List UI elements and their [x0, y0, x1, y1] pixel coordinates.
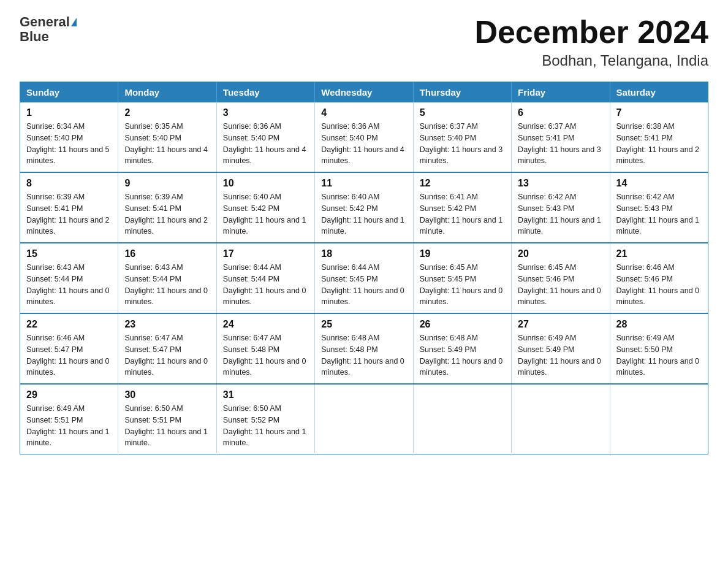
table-row: 5 Sunrise: 6:37 AMSunset: 5:40 PMDayligh… — [413, 102, 511, 172]
day-info: Sunrise: 6:37 AMSunset: 5:40 PMDaylight:… — [420, 122, 503, 165]
day-number: 3 — [223, 107, 308, 118]
day-info: Sunrise: 6:39 AMSunset: 5:41 PMDaylight:… — [26, 193, 110, 236]
day-number: 23 — [124, 319, 210, 330]
table-row: 28 Sunrise: 6:49 AMSunset: 5:50 PMDaylig… — [610, 313, 708, 384]
table-row: 18 Sunrise: 6:44 AMSunset: 5:45 PMDaylig… — [315, 243, 413, 313]
day-info: Sunrise: 6:47 AMSunset: 5:47 PMDaylight:… — [124, 334, 208, 377]
day-number: 21 — [616, 248, 702, 259]
day-info: Sunrise: 6:42 AMSunset: 5:43 PMDaylight:… — [616, 193, 700, 236]
day-number: 24 — [223, 319, 308, 330]
day-info: Sunrise: 6:37 AMSunset: 5:41 PMDaylight:… — [518, 122, 601, 165]
day-info: Sunrise: 6:40 AMSunset: 5:42 PMDaylight:… — [321, 193, 404, 236]
day-info: Sunrise: 6:38 AMSunset: 5:41 PMDaylight:… — [616, 122, 700, 165]
day-number: 7 — [616, 107, 702, 118]
table-row: 30 Sunrise: 6:50 AMSunset: 5:51 PMDaylig… — [118, 384, 216, 454]
logo-text-blue: Blue — [20, 29, 49, 44]
col-friday: Friday — [512, 82, 610, 103]
day-info: Sunrise: 6:44 AMSunset: 5:45 PMDaylight:… — [321, 263, 404, 306]
table-row: 22 Sunrise: 6:46 AMSunset: 5:47 PMDaylig… — [20, 313, 118, 384]
calendar-week-row: 1 Sunrise: 6:34 AMSunset: 5:40 PMDayligh… — [20, 102, 708, 172]
table-row: 19 Sunrise: 6:45 AMSunset: 5:45 PMDaylig… — [413, 243, 511, 313]
day-number: 9 — [124, 178, 210, 189]
day-info: Sunrise: 6:41 AMSunset: 5:42 PMDaylight:… — [420, 193, 503, 236]
day-number: 29 — [26, 389, 112, 400]
col-saturday: Saturday — [610, 82, 708, 103]
day-number: 17 — [223, 248, 308, 259]
day-info: Sunrise: 6:42 AMSunset: 5:43 PMDaylight:… — [518, 193, 601, 236]
table-row: 1 Sunrise: 6:34 AMSunset: 5:40 PMDayligh… — [20, 102, 118, 172]
col-wednesday: Wednesday — [315, 82, 413, 103]
table-row: 13 Sunrise: 6:42 AMSunset: 5:43 PMDaylig… — [512, 172, 610, 243]
table-row: 2 Sunrise: 6:35 AMSunset: 5:40 PMDayligh… — [118, 102, 216, 172]
calendar-week-row: 22 Sunrise: 6:46 AMSunset: 5:47 PMDaylig… — [20, 313, 708, 384]
day-number: 2 — [124, 107, 210, 118]
day-info: Sunrise: 6:50 AMSunset: 5:51 PMDaylight:… — [124, 404, 208, 447]
table-row: 8 Sunrise: 6:39 AMSunset: 5:41 PMDayligh… — [20, 172, 118, 243]
table-row — [610, 384, 708, 454]
day-number: 5 — [420, 107, 505, 118]
day-info: Sunrise: 6:48 AMSunset: 5:48 PMDaylight:… — [321, 334, 404, 377]
day-number: 30 — [124, 389, 210, 400]
table-row: 6 Sunrise: 6:37 AMSunset: 5:41 PMDayligh… — [512, 102, 610, 172]
table-row: 17 Sunrise: 6:44 AMSunset: 5:44 PMDaylig… — [216, 243, 314, 313]
day-info: Sunrise: 6:39 AMSunset: 5:41 PMDaylight:… — [124, 193, 208, 236]
table-row — [413, 384, 511, 454]
day-number: 13 — [518, 178, 603, 189]
day-number: 14 — [616, 178, 702, 189]
calendar-title: December 2024 — [474, 15, 708, 50]
day-info: Sunrise: 6:44 AMSunset: 5:44 PMDaylight:… — [223, 263, 306, 306]
table-row: 16 Sunrise: 6:43 AMSunset: 5:44 PMDaylig… — [118, 243, 216, 313]
day-number: 27 — [518, 319, 603, 330]
table-row: 24 Sunrise: 6:47 AMSunset: 5:48 PMDaylig… — [216, 313, 314, 384]
day-info: Sunrise: 6:47 AMSunset: 5:48 PMDaylight:… — [223, 334, 306, 377]
day-info: Sunrise: 6:36 AMSunset: 5:40 PMDaylight:… — [321, 122, 404, 165]
table-row: 25 Sunrise: 6:48 AMSunset: 5:48 PMDaylig… — [315, 313, 413, 384]
day-number: 18 — [321, 248, 406, 259]
day-info: Sunrise: 6:35 AMSunset: 5:40 PMDaylight:… — [124, 122, 208, 165]
day-number: 16 — [124, 248, 210, 259]
table-row: 27 Sunrise: 6:49 AMSunset: 5:49 PMDaylig… — [512, 313, 610, 384]
logo-triangle-icon — [71, 18, 77, 26]
day-number: 19 — [420, 248, 505, 259]
page-header: General Blue December 2024 Bodhan, Telan… — [20, 15, 708, 69]
calendar-header-row: Sunday Monday Tuesday Wednesday Thursday… — [20, 82, 708, 103]
logo-text-general: General — [20, 15, 70, 29]
day-number: 15 — [26, 248, 112, 259]
day-number: 28 — [616, 319, 702, 330]
day-info: Sunrise: 6:40 AMSunset: 5:42 PMDaylight:… — [223, 193, 306, 236]
day-info: Sunrise: 6:45 AMSunset: 5:46 PMDaylight:… — [518, 263, 601, 306]
day-number: 25 — [321, 319, 406, 330]
day-info: Sunrise: 6:50 AMSunset: 5:52 PMDaylight:… — [223, 404, 306, 447]
col-sunday: Sunday — [20, 82, 118, 103]
day-number: 1 — [26, 107, 112, 118]
table-row: 9 Sunrise: 6:39 AMSunset: 5:41 PMDayligh… — [118, 172, 216, 243]
table-row: 21 Sunrise: 6:46 AMSunset: 5:46 PMDaylig… — [610, 243, 708, 313]
col-thursday: Thursday — [413, 82, 511, 103]
day-number: 8 — [26, 178, 112, 189]
day-number: 6 — [518, 107, 603, 118]
day-number: 11 — [321, 178, 406, 189]
calendar-week-row: 29 Sunrise: 6:49 AMSunset: 5:51 PMDaylig… — [20, 384, 708, 454]
day-info: Sunrise: 6:46 AMSunset: 5:46 PMDaylight:… — [616, 263, 700, 306]
table-row: 15 Sunrise: 6:43 AMSunset: 5:44 PMDaylig… — [20, 243, 118, 313]
day-info: Sunrise: 6:48 AMSunset: 5:49 PMDaylight:… — [420, 334, 503, 377]
logo: General Blue — [20, 15, 77, 44]
table-row — [315, 384, 413, 454]
day-number: 22 — [26, 319, 112, 330]
table-row: 23 Sunrise: 6:47 AMSunset: 5:47 PMDaylig… — [118, 313, 216, 384]
day-info: Sunrise: 6:49 AMSunset: 5:51 PMDaylight:… — [26, 404, 110, 447]
table-row: 11 Sunrise: 6:40 AMSunset: 5:42 PMDaylig… — [315, 172, 413, 243]
day-number: 4 — [321, 107, 406, 118]
table-row: 14 Sunrise: 6:42 AMSunset: 5:43 PMDaylig… — [610, 172, 708, 243]
table-row: 20 Sunrise: 6:45 AMSunset: 5:46 PMDaylig… — [512, 243, 610, 313]
table-row: 3 Sunrise: 6:36 AMSunset: 5:40 PMDayligh… — [216, 102, 314, 172]
day-info: Sunrise: 6:36 AMSunset: 5:40 PMDaylight:… — [223, 122, 306, 165]
day-number: 12 — [420, 178, 505, 189]
table-row: 31 Sunrise: 6:50 AMSunset: 5:52 PMDaylig… — [216, 384, 314, 454]
day-info: Sunrise: 6:49 AMSunset: 5:49 PMDaylight:… — [518, 334, 601, 377]
calendar-subtitle: Bodhan, Telangana, India — [474, 52, 708, 69]
day-number: 20 — [518, 248, 603, 259]
day-info: Sunrise: 6:49 AMSunset: 5:50 PMDaylight:… — [616, 334, 700, 377]
day-number: 26 — [420, 319, 505, 330]
table-row: 12 Sunrise: 6:41 AMSunset: 5:42 PMDaylig… — [413, 172, 511, 243]
